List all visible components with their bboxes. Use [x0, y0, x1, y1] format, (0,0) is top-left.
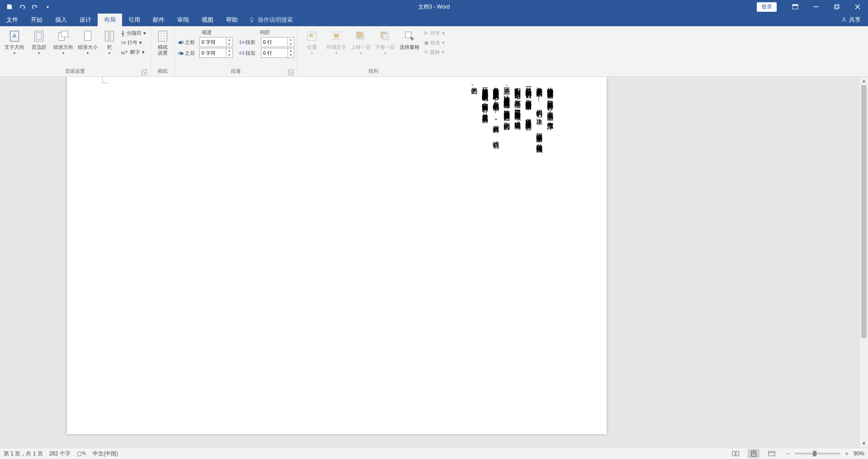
group-button: ▣组合 ▾	[422, 38, 447, 47]
undo-button[interactable]	[16, 1, 28, 13]
space-before-input[interactable]	[261, 39, 288, 45]
space-after-input[interactable]	[261, 50, 288, 56]
share-label: 共享	[849, 16, 861, 24]
scroll-up-button[interactable]: ▲	[860, 77, 868, 85]
rotate-button: ⟳旋转 ▾	[422, 48, 447, 57]
qat-customize-button[interactable]: ▾	[42, 1, 53, 13]
undo-icon	[19, 4, 26, 10]
document-area: 灼热的热情之城布宜诺塞勒斯，宛若冰封般冰冷的舞台。在这个城市的山上，空气中漂浮许…	[0, 77, 868, 448]
svg-rect-13	[105, 31, 109, 42]
ribbon-display-button[interactable]	[785, 0, 806, 14]
space-before-spinner[interactable]: ▲▼	[261, 37, 294, 47]
tab-file[interactable]: 文件	[0, 14, 24, 26]
document-text-line[interactable]: 它们听不到人们对它们的定论，在那高峰上，抓住了日出时的第一抹晨曦。通过映射阳光	[512, 82, 523, 119]
document-text-line[interactable]: 现姿态，冰冷的冰块的光辉和温暖的阳光融合，这些冰块开始闪射自己的光芒。剔透它们的	[501, 82, 512, 119]
status-page[interactable]: 第 1 页，共 1 页	[4, 450, 43, 458]
indent-after-up[interactable]: ▲	[226, 48, 232, 53]
text-direction-button[interactable]: A 文字方向▾	[3, 28, 26, 56]
quick-access-toolbar: ▾	[0, 1, 53, 13]
scroll-down-button[interactable]: ▼	[860, 440, 868, 448]
line-numbers-button[interactable]: ⁞≡行号 ▾	[119, 38, 148, 47]
read-mode-icon	[732, 450, 739, 457]
zoom-level[interactable]: 90%	[854, 450, 864, 457]
login-button[interactable]: 登录	[757, 2, 777, 12]
document-text-line[interactable]: 像是能落在整个世界上落到人的心里。后来人们把他们叫做——＂钻石碎屑＂。或许它们	[490, 82, 501, 138]
columns-button[interactable]: 栏▾	[100, 28, 118, 56]
group-label-page-setup: 页面设置 ↘	[3, 67, 148, 76]
zoom-in-button[interactable]: +	[843, 450, 851, 457]
space-after-down[interactable]: ▼	[288, 53, 294, 57]
document-page[interactable]: 灼热的热情之城布宜诺塞勒斯，宛若冰封般冰冷的舞台。在这个城市的山上，空气中漂浮许…	[67, 77, 607, 434]
zoom-out-button[interactable]: −	[784, 450, 792, 457]
size-button[interactable]: 纸张大小▾	[76, 28, 99, 56]
space-before-down[interactable]: ▼	[288, 42, 294, 47]
scroll-thumb[interactable]	[861, 85, 867, 338]
svg-rect-23	[334, 33, 339, 38]
space-after-spinner[interactable]: ▲▼	[261, 48, 294, 58]
print-layout-button[interactable]	[748, 449, 760, 458]
maximize-button[interactable]	[826, 0, 847, 14]
document-text-line[interactable]: 就像从一开始就告诉了它们，你们是再普通不过的东西了＂。但是冰块不像人这样多愁善	[523, 82, 533, 119]
indent-after-spinner[interactable]: ▲▼	[199, 48, 233, 58]
align-button: ⊫对齐 ▾	[422, 29, 447, 38]
breaks-button[interactable]: ╫分隔符 ▾	[119, 29, 148, 38]
tab-layout[interactable]: 布局	[98, 14, 122, 26]
indent-after-down[interactable]: ▼	[226, 53, 232, 57]
line-numbers-icon: ⁞≡	[121, 40, 126, 46]
save-icon	[6, 4, 13, 10]
tab-view[interactable]: 视图	[195, 14, 220, 26]
title-right-controls: 登录	[757, 0, 868, 14]
document-text-line[interactable]: 开始就知道自己是那纯净剔透的钻石碎屑吧，它们倾听自己的声音，最后发出了只属于自	[479, 82, 490, 113]
status-language[interactable]: 中文(中国)	[93, 450, 118, 458]
hyphenation-icon: bca-	[121, 49, 128, 55]
read-mode-button[interactable]	[730, 449, 741, 458]
tab-mailings[interactable]: 邮件	[146, 14, 171, 26]
group-label-draft: 稿纸	[154, 67, 172, 76]
status-word-count[interactable]: 282 个字	[49, 450, 71, 458]
scroll-track[interactable]	[860, 85, 868, 440]
close-button[interactable]	[847, 0, 868, 14]
status-proofing-icon[interactable]: ▢✎	[77, 450, 86, 457]
svg-rect-22	[309, 33, 313, 37]
tab-review[interactable]: 审阅	[171, 14, 195, 26]
group-label-arrange: 排列	[300, 67, 447, 76]
svg-text:A: A	[13, 33, 17, 39]
orientation-button[interactable]: 纸张方向▾	[52, 28, 75, 56]
indent-before-spinner[interactable]: ▲▼	[199, 37, 233, 47]
paragraph-dialog-launcher[interactable]: ↘	[288, 70, 293, 75]
tab-home[interactable]: 开始	[24, 14, 49, 26]
document-text-line[interactable]: 许多梦幻至极的东西 —— 但人们叫它们＂冰块＂，漂浮在宇宙中的冰块。我曾觉得这很…	[533, 82, 544, 142]
zoom-slider[interactable]	[795, 453, 840, 454]
space-before-up[interactable]: ▲	[288, 38, 294, 42]
indent-after-label: ≡▶之后	[178, 50, 198, 57]
selection-pane-button[interactable]: 选择窗格	[398, 28, 421, 51]
indent-before-input[interactable]	[200, 39, 226, 45]
breaks-icon: ╫	[121, 31, 125, 36]
tab-insert[interactable]: 插入	[49, 14, 73, 26]
space-after-up[interactable]: ▲	[288, 48, 294, 53]
draft-settings-button[interactable]: 稿纸 设置	[154, 28, 172, 57]
indent-after-input[interactable]	[200, 50, 226, 56]
document-text-line[interactable]: 灼热的热情之城布宜诺塞勒斯，宛若冰封般冰冷的舞台。在这个城市的山上，空气中漂浮	[544, 82, 555, 119]
tell-me-search[interactable]: 操作说明搜索	[244, 14, 297, 26]
orientation-icon	[57, 29, 70, 43]
hyphenation-button[interactable]: bca-断字 ▾	[119, 48, 148, 57]
indent-before-up[interactable]: ▲	[226, 38, 232, 42]
page-setup-dialog-launcher[interactable]: ↘	[142, 70, 147, 75]
margins-button[interactable]: 页边距▾	[27, 28, 51, 56]
tab-design[interactable]: 设计	[73, 14, 98, 26]
indent-before-down[interactable]: ▼	[226, 42, 232, 47]
wrap-icon	[330, 29, 343, 43]
tab-references[interactable]: 引用	[122, 14, 146, 26]
web-layout-button[interactable]	[766, 449, 778, 458]
redo-button[interactable]	[29, 1, 41, 13]
zoom-slider-knob[interactable]	[813, 451, 816, 456]
save-button[interactable]	[4, 1, 15, 13]
minimize-button[interactable]	[806, 0, 826, 14]
document-text-line[interactable]: 的光芒。	[468, 82, 479, 90]
vertical-scrollbar[interactable]: ▲ ▼	[860, 77, 868, 448]
share-button[interactable]: 共享	[834, 14, 868, 26]
tab-help[interactable]: 帮助	[220, 14, 244, 26]
group-arrange: 位置▾ 环绕文字▾ 上移一层▾ 下移一层▾ 选择窗格 ⊫对齐 ▾ ▣组合 ▾	[297, 26, 449, 76]
selection-pane-icon	[403, 29, 416, 43]
